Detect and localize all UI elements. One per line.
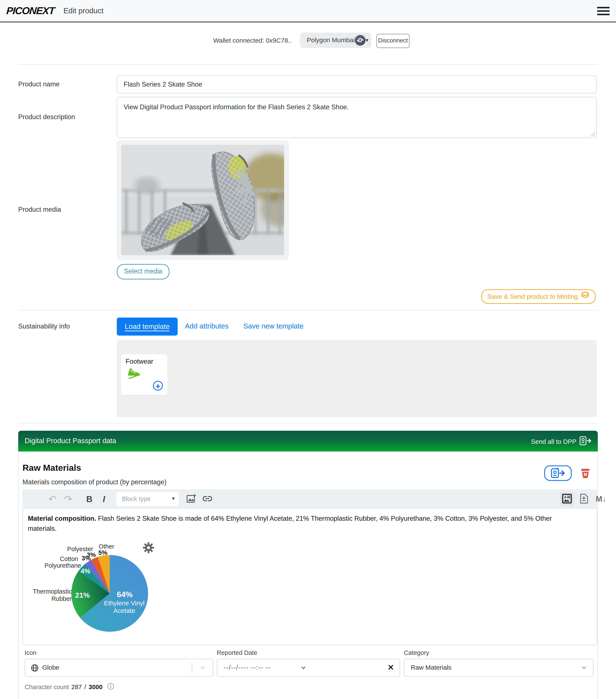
svg-text:A: A xyxy=(564,495,566,499)
date-field-label: Reported Date xyxy=(217,649,257,656)
link-icon xyxy=(202,494,213,504)
mint-button[interactable]: Save & Send product to Minting xyxy=(481,289,595,304)
product-description-input[interactable]: View Digital Product Passport informatio… xyxy=(117,97,597,138)
tab-load-template[interactable]: Load template xyxy=(117,318,178,335)
document-diff-icon xyxy=(579,493,589,505)
block-type-placeholder: Block type xyxy=(122,496,151,502)
character-count-current: 287 xyxy=(71,684,82,691)
pie-pct-thermoplastic-rubber: 21% xyxy=(75,591,90,599)
insert-image-button[interactable] xyxy=(184,489,199,509)
app-logo: PICONEXT xyxy=(6,5,55,16)
editor-text-bold: Material composition. xyxy=(28,515,96,522)
menu-button[interactable] xyxy=(597,7,610,16)
character-count-label: Character count xyxy=(25,684,69,691)
bold-button[interactable]: B xyxy=(82,489,96,509)
character-count-max: 3000 xyxy=(89,684,103,691)
info-icon[interactable] xyxy=(107,683,115,691)
editor-toolbar: ↶ ↷ B I Block type ▾ xyxy=(23,489,597,509)
send-all-label: Send all to DPP xyxy=(531,438,576,445)
trash-icon xyxy=(581,475,590,479)
image-add-icon xyxy=(186,493,196,505)
rich-view-button[interactable]: A xyxy=(560,492,574,506)
pie-label-cotton: Cotton xyxy=(60,555,78,563)
block-type-select[interactable]: Block type ▾ xyxy=(116,492,179,506)
page-title: Edit product xyxy=(64,6,104,15)
divider xyxy=(18,310,598,311)
send-all-to-dpp-button[interactable]: Send all to DPP xyxy=(531,436,592,447)
pie-pct-eva: 64% xyxy=(117,590,133,599)
disconnect-button[interactable]: Disconnect xyxy=(376,34,410,48)
product-media-card xyxy=(117,140,289,260)
product-name-label: Product name xyxy=(18,80,59,88)
gear-icon xyxy=(143,551,155,554)
chevron-down-icon: ▾ xyxy=(365,37,368,43)
chevron-down-icon xyxy=(301,667,306,670)
passport-arrow-icon xyxy=(550,467,566,479)
product-name-input[interactable] xyxy=(117,76,597,93)
reported-date-input[interactable]: --/--/---- --:-- -- ✕ xyxy=(217,659,400,677)
network-label: Polygon Mumbai xyxy=(307,37,354,44)
redo-icon: ↷ xyxy=(64,493,72,505)
tab-save-new-template[interactable]: Save new template xyxy=(243,322,304,330)
chart-settings-button[interactable] xyxy=(143,542,155,555)
divider xyxy=(18,423,598,423)
template-card-footwear: Footwear + xyxy=(121,354,168,395)
category-select-value: Raw Materials xyxy=(411,664,452,671)
category-field-label: Category xyxy=(404,649,429,656)
coin-icon xyxy=(581,290,589,303)
sustainability-label: Sustainability info xyxy=(18,322,70,330)
rich-view-icon: A xyxy=(562,493,572,505)
category-select[interactable]: Raw Materials xyxy=(404,659,593,677)
pie-label-eva: Ethylene Vinyl Acetate xyxy=(98,599,150,614)
editor-content[interactable]: Material composition. Flash Series 2 Ska… xyxy=(28,513,578,533)
pie-pct-polyurethane: 4% xyxy=(81,567,91,575)
materials-pie-chart: Polyester 3% Cotton 3% Polyurethane 4% O… xyxy=(28,537,178,642)
tab-add-attributes[interactable]: Add attributes xyxy=(185,322,229,330)
undo-button[interactable]: ↶ xyxy=(46,489,59,509)
pie-pct-cotton: 3% xyxy=(82,555,91,562)
polygon-icon xyxy=(355,35,365,45)
divider xyxy=(192,662,192,673)
divider xyxy=(18,64,598,65)
dpp-header: Digital Product Passport data Send all t… xyxy=(18,431,598,451)
plus-icon: + xyxy=(155,381,160,391)
pie-label-polyurethane: Polyurethane xyxy=(44,562,81,569)
undo-icon: ↶ xyxy=(49,493,57,505)
attribute-subtitle: Materials composition of product (by per… xyxy=(23,478,166,486)
template-card-title: Footwear xyxy=(125,358,153,365)
insert-link-button[interactable] xyxy=(200,489,215,509)
mint-button-label: Save & Send product to Minting xyxy=(487,290,578,303)
pie-pct-other: 5% xyxy=(98,549,107,556)
icon-field-label: Icon xyxy=(25,649,37,656)
wallet-status: Wallet connected: 0x9C78.. xyxy=(213,37,292,44)
date-placeholder: --/--/---- --:-- -- xyxy=(224,664,271,671)
product-media-label: Product media xyxy=(18,206,61,213)
globe-icon xyxy=(31,664,39,673)
clear-date-button[interactable]: ✕ xyxy=(388,663,394,672)
character-count: Character count 287 / 3000 xyxy=(25,683,115,691)
select-media-button[interactable]: Select media xyxy=(117,264,170,279)
italic-button[interactable]: I xyxy=(97,489,111,509)
shoe-icon xyxy=(125,368,142,380)
plain-text-view-button[interactable] xyxy=(577,489,591,509)
icon-select-value: Globe xyxy=(42,664,59,671)
character-count-separator: / xyxy=(84,684,86,691)
send-attribute-to-dpp-button[interactable] xyxy=(544,465,572,481)
editor-text: Flash Series 2 Skate Shoe is made of 64%… xyxy=(28,515,552,532)
markdown-view-button[interactable]: M↓ xyxy=(592,489,610,509)
template-panel xyxy=(117,340,597,417)
passport-arrow-icon xyxy=(579,436,592,447)
chevron-down-icon xyxy=(200,666,205,670)
redo-button[interactable]: ↷ xyxy=(62,489,75,509)
delete-attribute-button[interactable] xyxy=(581,468,590,479)
app-header: PICONEXT Edit product xyxy=(0,0,616,23)
network-select[interactable]: Polygon Mumbai ▾ xyxy=(300,32,371,48)
dpp-header-title: Digital Product Passport data xyxy=(25,437,116,445)
icon-select[interactable]: Globe xyxy=(25,659,213,677)
product-image xyxy=(121,145,284,255)
close-icon: ✕ xyxy=(388,663,394,672)
chevron-down-icon: ▾ xyxy=(172,496,175,501)
hamburger-icon xyxy=(597,7,610,8)
attribute-title: Raw Materials xyxy=(23,463,81,473)
add-template-button[interactable]: + xyxy=(153,381,163,391)
